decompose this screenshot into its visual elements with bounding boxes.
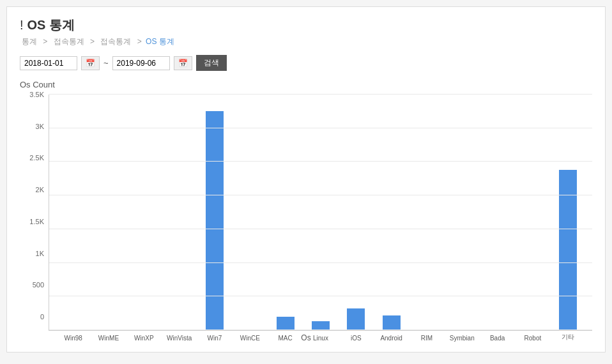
breadcrumb-item-3: 접속통계 xyxy=(100,37,131,46)
bar xyxy=(206,111,224,330)
bar xyxy=(383,315,401,330)
bar-x-label: Bada xyxy=(490,335,505,342)
date-to-input[interactable] xyxy=(112,56,170,70)
bars-row: Win98WinMEWinXPWinVistaWin7WinCEMACLinux… xyxy=(49,95,592,330)
page-title: ! OS 통계 xyxy=(20,17,592,34)
bar-x-label: WinCE xyxy=(240,335,260,342)
y-tick-label: 3K xyxy=(36,123,44,130)
breadcrumb-item-2: 접속통계 xyxy=(54,37,84,46)
y-tick-label: 0 xyxy=(40,313,44,321)
bar xyxy=(347,308,365,330)
y-tick-label: 3.5K xyxy=(29,91,44,98)
bar-x-label: Win98 xyxy=(64,335,82,342)
calendar-from-button[interactable]: 📅 xyxy=(81,56,100,70)
chart-wrapper: 05001K1.5K2K2.5K3K3.5K Win98WinMEWinXPWi… xyxy=(20,95,592,331)
breadcrumb-item-1: 통계 xyxy=(22,37,37,46)
y-tick-label: 2.5K xyxy=(29,154,44,162)
y-tick-label: 2K xyxy=(36,186,44,193)
bar-x-label: Robot xyxy=(524,335,542,342)
bar-x-label: iOS xyxy=(351,335,362,342)
bar-x-label: WinME xyxy=(98,335,119,342)
date-from-input[interactable] xyxy=(20,56,77,70)
search-button[interactable]: 검색 xyxy=(196,55,227,71)
page-container: ! OS 통계 통계 > 접속통계 > 접속통계 > OS 통계 📅 ~ 📅 검… xyxy=(6,6,606,353)
breadcrumb-item-4[interactable]: OS 통계 xyxy=(146,37,174,46)
bar xyxy=(312,321,330,330)
y-tick-label: 500 xyxy=(33,281,44,289)
y-axis: 05001K1.5K2K2.5K3K3.5K xyxy=(20,95,47,317)
tilde-separator: ~ xyxy=(103,58,109,68)
breadcrumb-sep-3: > xyxy=(137,37,144,46)
y-tick-label: 1K xyxy=(36,250,44,257)
bar xyxy=(277,317,295,330)
bar xyxy=(559,170,577,330)
bar-x-label: WinXP xyxy=(134,335,154,342)
bar-x-label: WinVista xyxy=(167,335,192,342)
grid-line xyxy=(49,262,592,263)
grid-line xyxy=(49,128,592,128)
bar-x-label: RIM xyxy=(421,335,432,342)
y-tick-label: 1.5K xyxy=(29,218,44,225)
chart-inner: Win98WinMEWinXPWinVistaWin7WinCEMACLinux… xyxy=(49,95,592,331)
bar-x-label: Linux xyxy=(313,335,328,342)
bar-x-label: Symbian xyxy=(450,335,475,342)
grid-line xyxy=(49,330,592,330)
grid-line xyxy=(49,161,592,162)
grid-line xyxy=(49,94,592,95)
exclaim-icon: ! xyxy=(20,18,24,33)
breadcrumb-sep-2: > xyxy=(90,37,96,46)
calendar-to-button[interactable]: 📅 xyxy=(174,56,192,70)
grid-line xyxy=(49,229,592,229)
filter-row: 📅 ~ 📅 검색 xyxy=(20,55,592,71)
bar-x-label: MAC xyxy=(279,335,293,342)
chart-title: Os Count xyxy=(20,80,592,89)
bar-x-label: Android xyxy=(380,335,402,342)
bar-x-label: 기타 xyxy=(562,333,574,342)
bar-x-label: Win7 xyxy=(208,335,222,342)
breadcrumb: 통계 > 접속통계 > 접속통계 > OS 통계 xyxy=(20,36,592,47)
title-text: OS 통계 xyxy=(27,17,75,34)
grid-line xyxy=(49,195,592,195)
grid-line xyxy=(49,296,592,296)
breadcrumb-sep-1: > xyxy=(43,37,49,46)
